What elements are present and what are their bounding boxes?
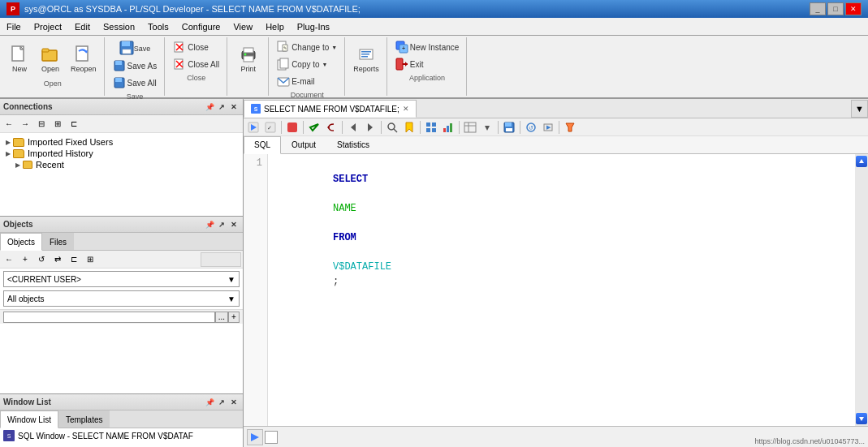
all-objects-select[interactable]: All objects ▼ bbox=[3, 290, 240, 307]
et-table-btn[interactable] bbox=[462, 120, 478, 135]
menu-help[interactable]: Help bbox=[259, 18, 291, 36]
obj-forward-btn[interactable]: + bbox=[18, 252, 32, 267]
changeto-button[interactable]: ✎ Change to ▼ bbox=[273, 39, 341, 55]
et-parse-btn[interactable]: ✓ bbox=[262, 120, 279, 135]
objects-close-btn[interactable]: ✕ bbox=[228, 219, 240, 230]
menu-session[interactable]: Session bbox=[97, 18, 141, 36]
conn-expand-btn[interactable]: ⊞ bbox=[50, 117, 65, 131]
query-tab-sql[interactable]: SQL bbox=[244, 136, 281, 154]
conn-back-btn[interactable]: ← bbox=[2, 117, 16, 131]
tab-overflow-btn[interactable]: ▼ bbox=[851, 100, 868, 118]
svg-point-49 bbox=[388, 123, 395, 130]
scroll-down-btn[interactable] bbox=[856, 413, 867, 424]
saveall-button[interactable]: Save All bbox=[109, 75, 162, 91]
et-next-btn[interactable] bbox=[362, 120, 378, 135]
obj-refresh-btn[interactable]: ↺ bbox=[34, 252, 49, 267]
et-execute-btn[interactable] bbox=[245, 120, 261, 135]
copyto-button[interactable]: Copy to ▼ bbox=[273, 56, 341, 72]
svg-marker-72 bbox=[859, 417, 864, 421]
et-grid-btn[interactable] bbox=[423, 120, 439, 135]
scroll-up-btn[interactable] bbox=[856, 156, 867, 167]
windowlist-item-sql[interactable]: S SQL Window - SELECT NAME FROM V$DATAF bbox=[0, 428, 243, 443]
menu-edit[interactable]: Edit bbox=[68, 18, 97, 36]
result-input[interactable] bbox=[265, 431, 278, 444]
obj-filter-btn[interactable]: ⊏ bbox=[67, 252, 81, 267]
reports-button[interactable]: Reports bbox=[349, 39, 383, 78]
editor-tab-icon: S bbox=[251, 104, 261, 114]
result-exec-btn[interactable] bbox=[247, 429, 263, 445]
menu-plugins[interactable]: Plug-Ins bbox=[291, 18, 336, 36]
minimize-button[interactable]: _ bbox=[810, 2, 826, 15]
conn-filter-btn[interactable]: ⊏ bbox=[67, 117, 81, 131]
menu-view[interactable]: View bbox=[227, 18, 259, 36]
obj-sync-btn[interactable]: ⇄ bbox=[50, 252, 65, 267]
et-rollback-btn[interactable] bbox=[323, 120, 339, 135]
maximize-button[interactable]: □ bbox=[827, 2, 844, 15]
objects-float-btn[interactable]: ↗ bbox=[216, 219, 227, 230]
et-prev-btn[interactable] bbox=[345, 120, 361, 135]
conn-forward-btn[interactable]: → bbox=[18, 117, 32, 131]
current-user-select[interactable]: <CURRENT USER> ▼ bbox=[3, 271, 240, 287]
wl-float-btn[interactable]: ↗ bbox=[216, 397, 227, 408]
closeall-button[interactable]: Close All bbox=[169, 56, 223, 72]
et-filter-btn[interactable] bbox=[562, 120, 578, 135]
tab-templates[interactable]: Templates bbox=[58, 410, 110, 428]
windowlist-panel: Window List 📌 ↗ ✕ Window List Templates … bbox=[0, 394, 243, 447]
tree-item-history[interactable]: ▶ Imported History bbox=[3, 148, 240, 159]
et-find-btn[interactable] bbox=[384, 120, 400, 135]
obj-options-btn[interactable] bbox=[201, 252, 241, 267]
et-run-script-btn[interactable]: ▶ bbox=[540, 120, 556, 135]
close-button[interactable]: ✕ bbox=[845, 2, 862, 15]
tab-files[interactable]: Files bbox=[42, 233, 74, 250]
connections-pin-btn[interactable]: 📌 bbox=[204, 101, 215, 113]
query-tab-output[interactable]: Output bbox=[281, 136, 326, 153]
query-tab-statistics[interactable]: Statistics bbox=[326, 136, 380, 153]
connections-close-btn[interactable]: ✕ bbox=[228, 101, 240, 113]
close-file-button[interactable]: Close bbox=[169, 39, 223, 55]
et-commit-btn[interactable] bbox=[306, 120, 322, 135]
email-button[interactable]: E-mail bbox=[273, 73, 341, 89]
objects-add-btn[interactable]: + bbox=[228, 312, 240, 323]
et-save-result-btn[interactable] bbox=[501, 120, 517, 135]
objects-search-input[interactable] bbox=[3, 312, 215, 323]
svg-rect-58 bbox=[450, 123, 452, 132]
code-editor[interactable]: SELECT NAME FROM V$DATAFILE ; bbox=[268, 154, 855, 426]
save-button[interactable]: Save bbox=[109, 39, 162, 57]
wl-pin-btn[interactable]: 📌 bbox=[204, 397, 215, 408]
reopen-button[interactable]: Reopen bbox=[67, 39, 101, 78]
menu-project[interactable]: Project bbox=[28, 18, 68, 36]
et-stop-btn[interactable] bbox=[284, 120, 300, 135]
new-button[interactable]: New bbox=[5, 39, 34, 78]
connections-float-btn[interactable]: ↗ bbox=[216, 101, 227, 113]
obj-more-btn[interactable]: ⊞ bbox=[83, 252, 97, 267]
tree-item-recent[interactable]: ▶ Recent bbox=[3, 159, 240, 170]
objects-dots-btn[interactable]: ... bbox=[215, 312, 228, 323]
tab-objects[interactable]: Objects bbox=[0, 233, 42, 251]
windowlist-title: Window List bbox=[3, 398, 204, 406]
svg-marker-45 bbox=[310, 124, 318, 131]
open-button[interactable]: Open bbox=[36, 39, 65, 78]
conn-collapse-btn[interactable]: ⊟ bbox=[34, 117, 49, 131]
exit-button[interactable]: Exit bbox=[391, 56, 464, 72]
objects-pin-btn[interactable]: 📌 bbox=[204, 219, 215, 230]
et-tabledown-btn[interactable] bbox=[479, 120, 495, 135]
et-chart-btn[interactable] bbox=[440, 120, 456, 135]
newinstance-button[interactable]: + New Instance bbox=[391, 39, 464, 55]
et-bookmark-btn[interactable] bbox=[401, 120, 417, 135]
close-group-label: Close bbox=[187, 74, 205, 82]
wl-close-btn[interactable]: ✕ bbox=[228, 397, 240, 408]
obj-back-btn[interactable]: ← bbox=[2, 252, 16, 267]
menu-file[interactable]: File bbox=[0, 18, 28, 36]
tree-item-fixed-users[interactable]: ▶ Imported Fixed Users bbox=[3, 136, 240, 148]
print-button[interactable]: Print bbox=[234, 39, 263, 78]
menu-configure[interactable]: Configure bbox=[175, 18, 227, 36]
editor-tab-close[interactable]: ✕ bbox=[403, 105, 409, 113]
menu-tools[interactable]: Tools bbox=[141, 18, 175, 36]
saveas-button[interactable]: Save As bbox=[109, 58, 162, 74]
tab-windowlist[interactable]: Window List bbox=[0, 410, 58, 428]
et-refresh-btn[interactable]: ↺ bbox=[523, 120, 539, 135]
folder-icon-sm bbox=[23, 161, 32, 169]
windowlist-panel-controls: 📌 ↗ ✕ bbox=[204, 397, 240, 408]
closeall-icon bbox=[173, 58, 186, 71]
editor-tab-sql[interactable]: S SELECT NAME FROM V$DATAFILE; ✕ bbox=[244, 100, 417, 118]
